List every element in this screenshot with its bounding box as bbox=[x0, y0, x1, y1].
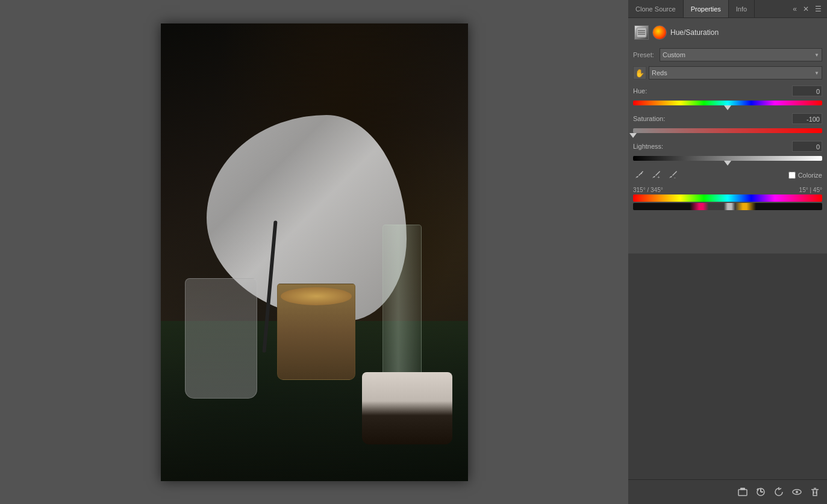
lightness-track-container bbox=[633, 153, 822, 164]
collapse-icon[interactable]: « bbox=[791, 4, 799, 14]
color-range-bar-top[interactable] bbox=[633, 194, 822, 202]
saturation-slider-row: Saturation: -100 bbox=[633, 113, 822, 136]
saturation-thumb[interactable] bbox=[629, 133, 637, 138]
tab-properties[interactable]: Properties bbox=[684, 0, 729, 17]
hue-thumb[interactable] bbox=[724, 105, 731, 110]
preset-select[interactable]: Custom Default Cyanotype Sepia Strong Sa… bbox=[660, 48, 822, 61]
hand-tool-icon: ✋ bbox=[635, 69, 644, 78]
color-range-labels: 315° / 345° 15° | 45° bbox=[633, 187, 822, 193]
right-panel: Clone Source Properties Info « ✕ ☰ bbox=[628, 0, 827, 504]
eyedropper-subtract-button[interactable]: - bbox=[667, 169, 680, 182]
color-range-section: 315° / 345° 15° | 45° bbox=[633, 187, 822, 210]
preset-row: Preset: Custom Default Cyanotype Sepia S… bbox=[633, 48, 822, 61]
svg-point-4 bbox=[641, 173, 642, 174]
preset-select-wrapper: Custom Default Cyanotype Sepia Strong Sa… bbox=[660, 48, 822, 61]
color-range-bar-bottom[interactable] bbox=[633, 203, 822, 210]
close-icon[interactable]: ✕ bbox=[801, 4, 811, 14]
clip-to-layer-button[interactable] bbox=[735, 485, 750, 499]
range-right-label: 15° | 45° bbox=[799, 187, 822, 193]
hue-label-row: Hue: 0 bbox=[633, 86, 822, 96]
photo-background bbox=[161, 23, 468, 481]
svg-text:+: + bbox=[657, 175, 660, 180]
bottom-toolbar bbox=[628, 479, 827, 504]
saturation-label: Saturation: bbox=[633, 115, 665, 122]
lightness-track[interactable] bbox=[633, 156, 822, 161]
lightness-label: Lightness: bbox=[633, 143, 663, 150]
channel-select[interactable]: Reds Master Yellows Greens Cyans Blues M… bbox=[649, 66, 822, 79]
eyedropper-add-button[interactable]: + bbox=[650, 169, 663, 182]
colorize-label[interactable]: Colorize bbox=[798, 172, 822, 179]
svg-point-11 bbox=[796, 491, 798, 493]
saturation-value[interactable]: -100 bbox=[792, 113, 822, 124]
lightness-thumb[interactable] bbox=[724, 161, 731, 166]
latte-art bbox=[281, 287, 352, 305]
tab-clone-source[interactable]: Clone Source bbox=[628, 0, 684, 17]
hue-slider-row: Hue: 0 bbox=[633, 86, 822, 108]
panel-tabs: Clone Source Properties Info « ✕ ☰ bbox=[628, 0, 827, 18]
panel-content: Hue/Saturation Preset: Custom Default Cy… bbox=[628, 18, 827, 254]
hs-title: Hue/Saturation bbox=[670, 28, 719, 37]
hs-header: Hue/Saturation bbox=[633, 23, 822, 42]
glass-left bbox=[185, 278, 257, 399]
hue-label: Hue: bbox=[633, 87, 647, 95]
lightness-slider-row: Lightness: 0 bbox=[633, 141, 822, 164]
lightness-label-row: Lightness: 0 bbox=[633, 141, 822, 152]
svg-rect-3 bbox=[638, 34, 645, 35]
panel-controls: « ✕ ☰ bbox=[791, 4, 827, 14]
channel-row: ✋ Reds Master Yellows Greens Cyans Blues… bbox=[633, 66, 822, 79]
eyedropper-button[interactable] bbox=[633, 169, 646, 182]
hs-layer-icon bbox=[634, 25, 649, 40]
svg-rect-1 bbox=[638, 32, 645, 33]
lightness-value[interactable]: 0 bbox=[792, 141, 822, 152]
canvas-area bbox=[0, 0, 628, 504]
preset-label: Preset: bbox=[633, 51, 657, 58]
hue-track[interactable] bbox=[633, 101, 822, 105]
hue-track-container bbox=[633, 98, 822, 108]
channel-select-wrapper: Reds Master Yellows Greens Cyans Blues M… bbox=[649, 66, 822, 79]
svg-rect-2 bbox=[638, 30, 645, 31]
reset-button[interactable] bbox=[772, 485, 786, 499]
svg-rect-7 bbox=[738, 490, 747, 496]
target-adjust-icon[interactable]: ✋ bbox=[633, 66, 646, 79]
menu-icon[interactable]: ☰ bbox=[813, 4, 823, 14]
colorize-checkbox[interactable] bbox=[788, 172, 796, 179]
hs-adjustment-icon bbox=[652, 25, 667, 40]
coffee-mug-right bbox=[362, 372, 452, 444]
saturation-track[interactable] bbox=[633, 128, 822, 133]
tab-info[interactable]: Info bbox=[729, 0, 755, 17]
tools-row: + - Colorize bbox=[633, 169, 822, 182]
saturation-label-row: Saturation: -100 bbox=[633, 113, 822, 124]
coffee-cup-mid bbox=[277, 284, 355, 380]
delete-button[interactable] bbox=[808, 485, 822, 499]
range-left-label: 315° / 345° bbox=[633, 187, 663, 193]
svg-rect-8 bbox=[740, 488, 745, 490]
hue-value[interactable]: 0 bbox=[792, 86, 822, 96]
view-previous-state-button[interactable] bbox=[754, 485, 768, 499]
toggle-visibility-button[interactable] bbox=[790, 485, 804, 499]
svg-text:-: - bbox=[674, 175, 676, 180]
panel-spacer bbox=[628, 254, 827, 479]
colorize-row: Colorize bbox=[788, 172, 822, 179]
photo-canvas[interactable] bbox=[161, 23, 468, 481]
saturation-track-container bbox=[633, 125, 822, 136]
